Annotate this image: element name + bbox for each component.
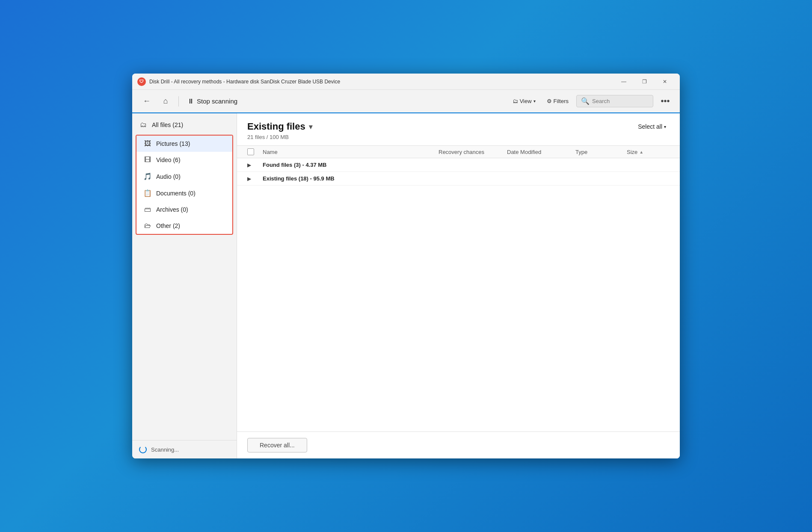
content-title-text: Existing files — [247, 121, 305, 132]
view-icon: 🗂 — [513, 98, 518, 104]
sidebar-item-video[interactable]: 🎞 Video (6) — [136, 152, 232, 168]
view-chevron-icon: ▾ — [533, 99, 536, 103]
filters-label: Filters — [554, 98, 569, 104]
video-icon: 🎞 — [143, 156, 152, 164]
pictures-icon: 🖼 — [143, 140, 152, 148]
back-button[interactable]: ← — [139, 94, 154, 109]
toolbar: ← ⌂ ⏸ Stop scanning 🗂 View ▾ ⚙ Filters 🔍 — [132, 90, 680, 113]
sidebar-footer: Scanning... — [132, 440, 237, 458]
recover-all-label: Recover all... — [260, 442, 295, 449]
header-checkbox-cell — [247, 148, 263, 155]
sidebar-item-documents[interactable]: 📋 Documents (0) — [136, 185, 232, 201]
search-box: 🔍 — [576, 95, 653, 107]
home-icon: ⌂ — [163, 97, 168, 106]
toolbar-right: 🗂 View ▾ ⚙ Filters 🔍 ••• — [509, 94, 673, 109]
sidebar-item-archives-label: Archives (0) — [156, 206, 188, 213]
back-icon: ← — [143, 97, 151, 106]
header-size: Size ▲ — [627, 149, 670, 155]
file-table: Name Recovery chances Date Modified Type… — [237, 145, 680, 432]
sidebar-item-pictures[interactable]: 🖼 Pictures (13) — [136, 136, 232, 152]
more-button[interactable]: ••• — [658, 94, 673, 109]
sidebar-item-video-label: Video (6) — [156, 157, 181, 163]
content-title-chevron-icon: ▾ — [309, 123, 312, 131]
app-window: 🛡 Disk Drill - All recovery methods - Ha… — [132, 74, 680, 458]
select-all-chevron-icon: ▾ — [664, 124, 666, 129]
view-button[interactable]: 🗂 View ▾ — [509, 96, 539, 106]
filters-button[interactable]: ⚙ Filters — [543, 96, 572, 106]
app-icon: 🛡 — [137, 77, 146, 86]
sidebar-item-pictures-label: Pictures (13) — [156, 140, 190, 147]
recover-all-button[interactable]: Recover all... — [247, 438, 307, 452]
window-title: Disk Drill - All recovery methods - Hard… — [149, 79, 614, 85]
more-icon: ••• — [661, 96, 670, 106]
select-all-button[interactable]: Select all ▾ — [634, 121, 670, 132]
scanning-spinner — [139, 446, 147, 453]
close-button[interactable]: ✕ — [655, 75, 675, 88]
search-input[interactable] — [592, 98, 652, 104]
content-header: Existing files ▾ Select all ▾ 21 files /… — [237, 113, 680, 145]
header-recovery-chances: Recovery chances — [439, 149, 507, 155]
audio-icon: 🎵 — [143, 172, 152, 180]
other-icon: 🗁 — [143, 222, 152, 230]
content-title-row: Existing files ▾ Select all ▾ — [247, 121, 670, 132]
row-name-found: Found files (3) - 4.37 MB — [263, 162, 439, 168]
archives-icon: 🗃 — [143, 206, 152, 213]
content-area: Existing files ▾ Select all ▾ 21 files /… — [237, 113, 680, 458]
search-icon: 🔍 — [581, 97, 590, 105]
content-title: Existing files ▾ — [247, 121, 312, 132]
sidebar-item-all-files[interactable]: 🗂 All files (21) — [132, 117, 237, 133]
pause-icon: ⏸ — [187, 98, 194, 105]
category-group: 🖼 Pictures (13) 🎞 Video (6) 🎵 Audio (0) … — [136, 135, 233, 235]
row-name-existing: Existing files (18) - 95.9 MB — [263, 175, 439, 182]
main-area: 🗂 All files (21) 🖼 Pictures (13) 🎞 Video… — [132, 113, 680, 458]
toolbar-divider — [178, 96, 179, 106]
scanning-text: Scanning... — [151, 446, 179, 453]
header-type: Type — [575, 149, 627, 155]
header-date-modified: Date Modified — [507, 149, 575, 155]
header-checkbox[interactable] — [247, 148, 254, 155]
row-toggle-existing[interactable]: ▶ — [247, 176, 263, 182]
size-sort-icon: ▲ — [639, 150, 643, 154]
table-row[interactable]: ▶ Found files (3) - 4.37 MB — [237, 158, 680, 172]
titlebar: 🛡 Disk Drill - All recovery methods - Ha… — [132, 74, 680, 90]
view-label: View — [520, 98, 532, 104]
header-name: Name — [263, 149, 439, 155]
sidebar-item-documents-label: Documents (0) — [156, 190, 196, 197]
window-controls: — ❐ ✕ — [614, 75, 675, 88]
table-row[interactable]: ▶ Existing files (18) - 95.9 MB — [237, 172, 680, 186]
table-header: Name Recovery chances Date Modified Type… — [237, 145, 680, 158]
sidebar-item-audio[interactable]: 🎵 Audio (0) — [136, 168, 232, 185]
content-subtitle: 21 files / 100 MB — [247, 134, 670, 140]
select-all-label: Select all — [638, 123, 662, 130]
sidebar-items: 🗂 All files (21) 🖼 Pictures (13) 🎞 Video… — [132, 113, 237, 440]
all-files-icon: 🗂 — [139, 121, 148, 129]
stop-scanning-button[interactable]: ⏸ Stop scanning — [184, 96, 241, 107]
stop-scanning-label: Stop scanning — [197, 98, 237, 105]
sidebar: 🗂 All files (21) 🖼 Pictures (13) 🎞 Video… — [132, 113, 237, 458]
sidebar-item-archives[interactable]: 🗃 Archives (0) — [136, 201, 232, 218]
row-toggle-found[interactable]: ▶ — [247, 162, 263, 168]
sidebar-item-all-files-label: All files (21) — [152, 121, 183, 128]
maximize-button[interactable]: ❐ — [634, 75, 654, 88]
home-button[interactable]: ⌂ — [158, 94, 173, 109]
filters-icon: ⚙ — [547, 98, 552, 104]
sidebar-item-other[interactable]: 🗁 Other (2) — [136, 218, 232, 234]
sidebar-item-audio-label: Audio (0) — [156, 173, 181, 180]
sidebar-item-other-label: Other (2) — [156, 222, 180, 229]
documents-icon: 📋 — [143, 189, 152, 197]
content-footer: Recover all... — [237, 432, 680, 458]
minimize-button[interactable]: — — [614, 75, 634, 88]
